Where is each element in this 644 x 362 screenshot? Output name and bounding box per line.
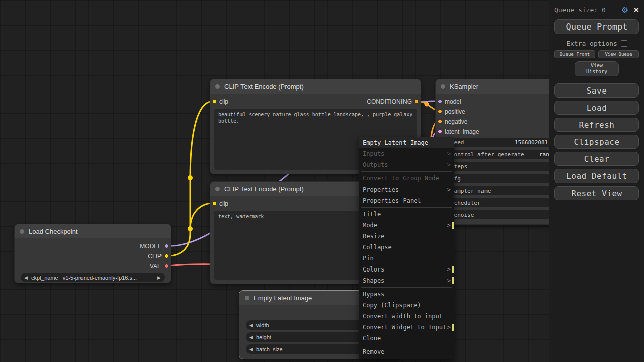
- submenu-arrow-icon: >: [447, 322, 451, 333]
- menu-item-title[interactable]: Title: [359, 209, 454, 220]
- extra-options-checkbox[interactable]: [621, 40, 627, 47]
- node-title: Load Checkpoint: [29, 228, 78, 235]
- view-history-button[interactable]: View History: [575, 61, 619, 76]
- control-after-generate-widget[interactable]: ◀ control after generate randomize ▶: [442, 150, 561, 159]
- node-titlebar[interactable]: CLIP Text Encode (Prompt): [210, 79, 421, 94]
- input-clip[interactable]: clip: [210, 98, 251, 106]
- menu-item-bypass[interactable]: Bypass: [359, 289, 454, 300]
- node-load-checkpoint[interactable]: Load Checkpoint MODEL CLIP VAE ◀ ckpt_na…: [14, 224, 171, 283]
- context-menu-title: Empty Latent Image: [359, 137, 454, 148]
- submenu-arrow-icon: >: [447, 148, 451, 159]
- refresh-button[interactable]: Refresh: [554, 118, 639, 132]
- menu-separator: [361, 171, 452, 172]
- input-latent-image[interactable]: latent_image: [436, 128, 491, 136]
- submenu-arrow-icon: >: [447, 220, 451, 231]
- node-title: KSampler: [450, 83, 478, 90]
- input-clip[interactable]: clip: [210, 200, 251, 208]
- clip-port-icon[interactable]: [164, 254, 169, 258]
- menu-item-copy-clipspace[interactable]: Copy (Clipspace): [359, 300, 454, 311]
- load-default-button[interactable]: Load Default: [554, 169, 639, 183]
- menu-item-outputs: Outputs >: [359, 159, 454, 170]
- scheduler-widget[interactable]: ◀ scheduler ▶: [442, 198, 561, 207]
- menu-item-clone[interactable]: Clone: [359, 333, 454, 344]
- conditioning-port-icon[interactable]: [438, 119, 442, 124]
- link-dot[interactable]: [425, 102, 429, 107]
- model-port-icon[interactable]: [164, 244, 169, 248]
- submenu-arrow-icon: >: [447, 184, 451, 195]
- queue-front-button[interactable]: Queue Front: [554, 50, 595, 58]
- close-icon[interactable]: ×: [633, 5, 639, 14]
- output-vae[interactable]: VAE: [100, 262, 171, 270]
- vae-port-icon[interactable]: [164, 264, 169, 268]
- clip-port-icon[interactable]: [212, 99, 217, 104]
- view-queue-button[interactable]: View Queue: [598, 50, 639, 58]
- menu-item-properties-panel[interactable]: Properties Panel: [359, 195, 454, 206]
- conditioning-port-icon[interactable]: [438, 109, 442, 114]
- node-title: CLIP Text Encode (Prompt): [224, 185, 304, 193]
- conditioning-port-icon[interactable]: [414, 99, 419, 104]
- submenu-arrow-icon: >: [447, 159, 451, 170]
- node-title: CLIP Text Encode (Prompt): [224, 83, 304, 90]
- queue-prompt-button[interactable]: Queue Prompt: [554, 19, 639, 34]
- menu-item-colors[interactable]: Colors >: [359, 264, 454, 275]
- queue-size-label: Queue size: 0: [554, 6, 621, 14]
- clear-button[interactable]: Clear: [554, 152, 639, 166]
- wire-clip-top: [168, 101, 213, 256]
- save-button[interactable]: Save: [554, 83, 639, 98]
- collapse-dot-icon[interactable]: [215, 84, 220, 89]
- menu-separator: [361, 345, 452, 345]
- menu-item-pin[interactable]: Pin: [359, 253, 454, 264]
- node-titlebar[interactable]: Load Checkpoint: [15, 224, 171, 238]
- menu-item-resize[interactable]: Resize: [359, 231, 454, 242]
- load-button[interactable]: Load: [554, 101, 639, 115]
- prev-arrow-icon[interactable]: ◀: [21, 275, 31, 280]
- link-dot[interactable]: [188, 175, 193, 180]
- clip-port-icon[interactable]: [212, 201, 217, 206]
- menu-item-convert-widget-to-input[interactable]: Convert Widget to Input >: [359, 322, 454, 333]
- menu-item-remove[interactable]: Remove: [359, 346, 454, 357]
- comfy-menu-panel: Queue size: 0 ⚙ × Queue Prompt Extra opt…: [549, 0, 644, 362]
- menu-item-convert-width-to-input[interactable]: Convert width to input: [359, 311, 454, 322]
- model-port-icon[interactable]: [438, 99, 442, 104]
- settings-gear-icon[interactable]: ⚙: [621, 5, 628, 15]
- collapse-dot-icon[interactable]: [215, 187, 220, 191]
- prev-arrow-icon[interactable]: ◀: [246, 335, 256, 340]
- submenu-arrow-icon: >: [447, 275, 451, 286]
- output-model[interactable]: MODEL: [100, 242, 171, 250]
- output-clip[interactable]: CLIP: [100, 252, 171, 260]
- submenu-arrow-icon: >: [447, 264, 451, 275]
- input-model[interactable]: model: [436, 98, 491, 106]
- prev-arrow-icon[interactable]: ◀: [246, 347, 256, 352]
- prev-arrow-icon[interactable]: ◀: [246, 323, 256, 328]
- output-conditioning[interactable]: CONDITIONING: [340, 98, 421, 106]
- extra-options-label: Extra options: [566, 40, 617, 47]
- collapse-dot-icon[interactable]: [441, 84, 445, 89]
- menu-item-shapes[interactable]: Shapes >: [359, 275, 454, 286]
- latent-port-icon[interactable]: [438, 129, 442, 134]
- menu-item-collapse[interactable]: Collapse: [359, 242, 454, 253]
- submenu-marker: [452, 324, 454, 331]
- graph-canvas[interactable]: Load Checkpoint MODEL CLIP VAE ◀ ckpt_na…: [0, 0, 644, 362]
- denoise-widget[interactable]: ◀ denoise ▶: [442, 210, 561, 219]
- node-titlebar[interactable]: KSampler: [436, 79, 566, 94]
- collapse-dot-icon[interactable]: [20, 229, 24, 234]
- sampler-name-widget[interactable]: ◀ sampler_name ▶: [442, 186, 561, 195]
- ckpt-name-widget[interactable]: ◀ ckpt_name v1-5-pruned-emaonly-fp16.s..…: [21, 273, 165, 282]
- steps-widget[interactable]: ◀ steps ▶: [442, 162, 561, 171]
- link-dot[interactable]: [188, 226, 193, 231]
- node-ksampler[interactable]: KSampler model positive negative latent_…: [435, 79, 567, 225]
- menu-item-properties[interactable]: Properties >: [359, 184, 454, 195]
- menu-item-mode[interactable]: Mode >: [359, 220, 454, 231]
- menu-item-inputs: Inputs >: [359, 148, 454, 159]
- input-positive[interactable]: positive: [436, 108, 491, 116]
- input-negative[interactable]: negative: [436, 118, 491, 126]
- menu-item-convert-to-group-node: Convert to Group Node: [359, 173, 454, 184]
- next-arrow-icon[interactable]: ▶: [154, 275, 165, 280]
- collapse-dot-icon[interactable]: [245, 296, 249, 300]
- reset-view-button[interactable]: Reset View: [554, 186, 639, 200]
- cfg-widget[interactable]: ◀ cfg ▶: [442, 174, 561, 183]
- menu-separator: [361, 207, 452, 208]
- menu-separator: [361, 287, 452, 288]
- seed-widget[interactable]: ◀ seed 1566802081 ▶: [442, 138, 561, 147]
- clipspace-button[interactable]: Clipspace: [554, 135, 639, 149]
